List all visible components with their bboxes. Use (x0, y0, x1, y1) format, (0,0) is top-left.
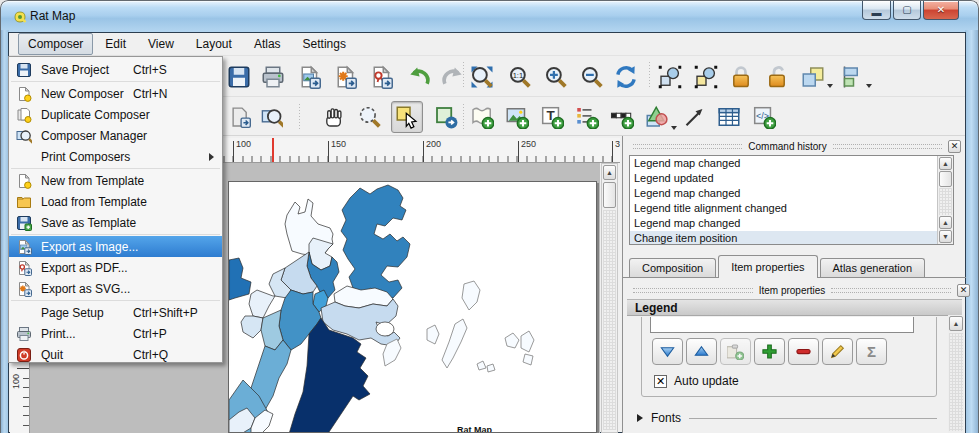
zoom-full-button[interactable] (467, 62, 497, 92)
refresh-view-button[interactable] (611, 62, 641, 92)
fonts-expander[interactable]: Fonts (637, 411, 947, 425)
add-scalebar-button[interactable] (607, 102, 637, 132)
add-label-button[interactable] (537, 102, 567, 132)
close-panel-icon[interactable]: ✕ (948, 140, 961, 153)
scrollbar-track[interactable] (949, 333, 963, 431)
print-button[interactable] (258, 62, 288, 92)
add-shape-dropdown-caret[interactable] (671, 126, 677, 130)
zoom-in-button[interactable] (541, 62, 571, 92)
history-item[interactable]: Legend title alignment changed (630, 201, 953, 216)
composition-page[interactable]: Rat Map (228, 181, 597, 433)
zoom-out-button[interactable] (577, 62, 607, 92)
save-project-button[interactable] (224, 62, 254, 92)
move-item-down-button[interactable] (652, 338, 683, 365)
close-panel-icon[interactable]: ✕ (957, 284, 970, 297)
tab-atlas-generation[interactable]: Atlas generation (820, 258, 926, 278)
align-items-button[interactable] (837, 62, 867, 92)
add-shape-button[interactable] (642, 102, 672, 132)
canvas-vertical-scrollbar[interactable]: ▲ (601, 163, 618, 433)
add-attribute-table-button[interactable] (714, 102, 744, 132)
history-item[interactable]: Legend updated (630, 171, 953, 186)
add-item-button[interactable] (754, 338, 785, 365)
scroll-down-button[interactable]: ▼ (939, 230, 952, 243)
auto-update-checkbox[interactable]: ✕ (654, 375, 667, 388)
scroll-up-button[interactable]: ▲ (949, 316, 963, 331)
pan-tool-button[interactable] (319, 102, 349, 132)
scrollbar-track[interactable] (939, 188, 952, 215)
tab-composition[interactable]: Composition (629, 258, 716, 278)
add-new-map-button[interactable] (467, 102, 497, 132)
close-button[interactable]: ✕ (923, 1, 959, 20)
menuitem-page-setup[interactable]: Page SetupCtrl+Shift+P (9, 302, 222, 323)
tab-item-properties[interactable]: Item properties (718, 255, 817, 278)
menu-composer[interactable]: Composer (18, 33, 93, 55)
menuitem-save-as-template[interactable]: Save as Template (9, 212, 222, 233)
select-move-item-button[interactable] (391, 101, 423, 133)
menu-atlas[interactable]: Atlas (244, 33, 291, 55)
history-item-selected[interactable]: Change item position (630, 231, 953, 245)
history-scrollbar[interactable]: ▲ ▲ ▼ (937, 156, 953, 244)
zoom-tool-button[interactable] (355, 102, 385, 132)
command-history-titlebar[interactable]: Command history ✕ (627, 138, 961, 154)
menuitem-new-composer[interactable]: New ComposerCtrl+N (9, 83, 222, 104)
zoom-actual-size-button[interactable] (505, 62, 535, 92)
menu-edit[interactable]: Edit (95, 33, 136, 55)
export-image-button[interactable] (294, 62, 324, 92)
item-properties-titlebar[interactable]: Item properties ✕ (627, 282, 970, 298)
add-legend-button[interactable] (572, 102, 602, 132)
scrollbar-track[interactable] (603, 210, 616, 430)
history-item[interactable]: Legend map changed (630, 156, 953, 171)
raise-items-button[interactable] (798, 62, 828, 92)
command-history-list[interactable]: Legend map changed Legend updated Legend… (629, 155, 954, 245)
deselect-items-button[interactable] (691, 62, 721, 92)
composer-manager-button[interactable] (257, 102, 287, 132)
menuitem-quit[interactable]: QuitCtrl+Q (9, 344, 222, 365)
panel-vertical-scrollbar[interactable]: ▲ (948, 315, 964, 433)
scroll-up-button-2[interactable]: ▲ (939, 216, 952, 229)
add-html-frame-button[interactable] (749, 102, 779, 132)
minimize-button[interactable]: ▬ (862, 1, 891, 20)
menu-layout[interactable]: Layout (186, 33, 242, 55)
dock-handle[interactable] (831, 288, 951, 293)
menuitem-export-as-svg[interactable]: Export as SVG... (9, 278, 222, 299)
export-svg-button[interactable] (330, 62, 360, 92)
scroll-up-button[interactable]: ▲ (939, 157, 952, 170)
history-item[interactable]: Legend map changed (630, 216, 953, 231)
menuitem-print-composers[interactable]: Print Composers (9, 146, 222, 167)
menuitem-load-from-template[interactable]: Load from Template (9, 191, 222, 212)
menuitem-duplicate-composer[interactable]: Duplicate Composer (9, 104, 222, 125)
export-pdf-button[interactable] (366, 62, 396, 92)
menuitem-export-as-image[interactable]: Export as Image... (9, 236, 222, 257)
move-item-content-button[interactable] (431, 102, 461, 132)
menu-settings[interactable]: Settings (293, 33, 356, 55)
remove-item-button[interactable] (788, 338, 819, 365)
dock-handle[interactable] (833, 144, 942, 149)
menuitem-composer-manager[interactable]: Composer Manager (9, 125, 222, 146)
align-items-dropdown-caret[interactable] (866, 84, 872, 88)
scrollbar-thumb[interactable] (939, 171, 952, 187)
select-items-button[interactable] (655, 62, 685, 92)
unlock-items-button[interactable] (762, 62, 792, 92)
menuitem-print[interactable]: Print...Ctrl+P (9, 323, 222, 344)
menuitem-export-as-pdf[interactable]: Export as PDF... (9, 257, 222, 278)
maximize-button[interactable]: ▢ (893, 1, 921, 20)
map-item[interactable] (229, 182, 597, 433)
edit-item-button[interactable] (822, 338, 853, 365)
export-template-button[interactable] (225, 102, 255, 132)
undo-button[interactable] (404, 62, 434, 92)
paste-item-button[interactable] (720, 338, 751, 365)
raise-items-dropdown-caret[interactable] (827, 84, 833, 88)
title-bar[interactable] (0, 0, 979, 33)
add-arrow-button[interactable] (679, 102, 709, 132)
scroll-up-button[interactable]: ▲ (603, 165, 616, 180)
add-image-button[interactable] (502, 102, 532, 132)
sum-button[interactable]: Σ (856, 338, 887, 365)
menuitem-save-project[interactable]: Save ProjectCtrl+S (9, 59, 222, 80)
legend-items-listbox[interactable] (650, 317, 914, 333)
scrollbar-thumb[interactable] (603, 182, 616, 208)
history-item[interactable]: Legend map changed (630, 186, 953, 201)
dock-handle[interactable] (633, 288, 753, 293)
lock-items-button[interactable] (726, 62, 756, 92)
dock-handle[interactable] (633, 144, 742, 149)
menuitem-new-from-template[interactable]: New from Template (9, 170, 222, 191)
